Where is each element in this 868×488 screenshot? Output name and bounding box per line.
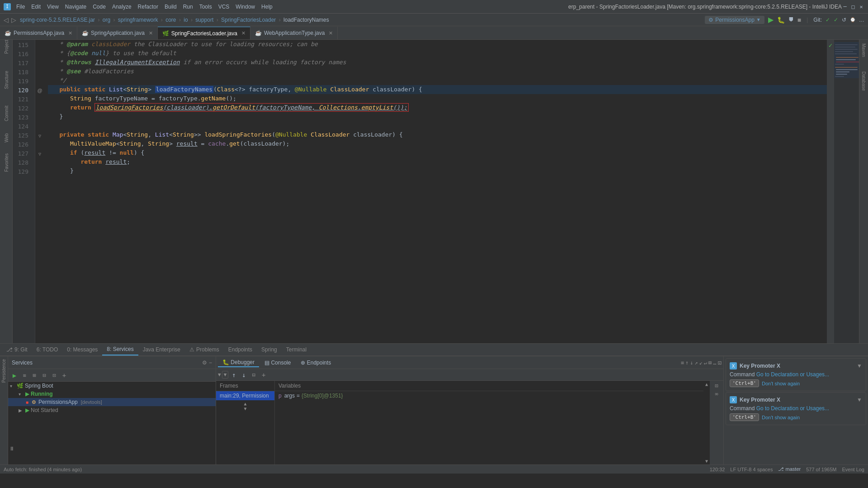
run-with-coverage[interactable]: ⛊ bbox=[788, 17, 794, 23]
services-settings-icon[interactable]: ⚙ bbox=[202, 360, 207, 366]
tab-web-application-type[interactable]: ☕ WebApplicationType.java ✕ bbox=[250, 27, 338, 39]
menu-bar[interactable]: File Edit View Navigate Code Analyze Ref… bbox=[14, 3, 568, 11]
menu-view[interactable]: View bbox=[44, 3, 61, 11]
add-watch-btn[interactable]: + bbox=[259, 370, 268, 379]
forward-icon[interactable]: ▷ bbox=[11, 16, 16, 24]
dont-show-1[interactable]: Don't show again bbox=[762, 381, 800, 386]
debug-toolbar-force-step[interactable]: ↵ bbox=[704, 360, 707, 366]
git-history[interactable]: ⌚ bbox=[850, 17, 855, 22]
git-checkmark2[interactable]: ✓ bbox=[834, 17, 838, 23]
menu-code[interactable]: Code bbox=[90, 3, 108, 11]
services-add-icon[interactable]: + bbox=[60, 371, 69, 380]
git-bottom-tab[interactable]: ⎇ 9: Git bbox=[2, 344, 32, 355]
git-checkmark[interactable]: ✓ bbox=[826, 17, 830, 23]
debug-toolbar-step-over[interactable]: ↗ bbox=[694, 360, 698, 366]
tab-spring-application[interactable]: ☕ SpringApplication.java ✕ bbox=[77, 27, 158, 39]
close-tab-spring-app[interactable]: ✕ bbox=[149, 30, 153, 36]
debug-link-icon[interactable]: ∞ bbox=[715, 391, 718, 397]
endpoints-debug-tab[interactable]: ⊕ Endpoints bbox=[296, 359, 335, 367]
menu-file[interactable]: File bbox=[14, 3, 28, 11]
spring-tab[interactable]: Spring bbox=[257, 344, 282, 355]
debug-toolbar-step-into[interactable]: ↙ bbox=[699, 360, 703, 366]
persistence-tab[interactable]: Persistence bbox=[0, 356, 7, 385]
expand-running[interactable]: ▾ bbox=[19, 392, 24, 397]
services-group-icon[interactable]: ⊡ bbox=[50, 371, 59, 380]
kp-chevron-1[interactable]: ▼ bbox=[857, 363, 862, 369]
services-bottom-tab[interactable]: 8: Services bbox=[102, 344, 138, 355]
messages-bottom-tab[interactable]: 0: Messages bbox=[62, 344, 102, 355]
window-controls[interactable]: ─ □ ✕ bbox=[842, 4, 864, 10]
status-position[interactable]: 120:32 bbox=[710, 467, 725, 472]
debug-toolbar-evaluate[interactable]: ⊞ bbox=[708, 360, 712, 366]
console-tab[interactable]: ▤ Console bbox=[260, 359, 295, 367]
problems-tab[interactable]: ⚠ Problems bbox=[185, 344, 224, 355]
menu-vcs[interactable]: VCS bbox=[216, 3, 232, 11]
kp-cmd-link-1[interactable]: Go to Declaration or Usages... bbox=[756, 371, 829, 378]
services-springboot[interactable]: ▾ 🌿 Spring Boot bbox=[8, 382, 216, 390]
menu-analyze[interactable]: Analyze bbox=[109, 3, 134, 11]
services-rerun-icon[interactable]: ▶ bbox=[10, 371, 19, 380]
permissions-app-dropdown[interactable]: ⚙ PermissionsApp ▼ bbox=[705, 16, 764, 24]
menu-navigate[interactable]: Navigate bbox=[62, 3, 89, 11]
menu-run[interactable]: Run bbox=[180, 3, 196, 11]
services-running[interactable]: ▾ ▶ Running bbox=[8, 390, 216, 398]
frame-item[interactable]: main:29, Permission bbox=[216, 391, 274, 400]
back-icon[interactable]: ◁ bbox=[4, 16, 9, 24]
frame-scroll-up[interactable]: ▲ bbox=[244, 401, 246, 406]
expand-springboot[interactable]: ▾ bbox=[10, 384, 15, 389]
close-tab-spring-factories[interactable]: ✕ bbox=[241, 30, 245, 36]
debug-toolbar-up[interactable]: ↑ bbox=[685, 360, 689, 366]
fold-marker-127[interactable]: ▽ bbox=[38, 152, 41, 156]
fold-marker-125[interactable]: ▽ bbox=[38, 133, 41, 138]
status-encoding[interactable]: LF UTF-8 4 spaces bbox=[730, 467, 773, 472]
menu-tools[interactable]: Tools bbox=[197, 3, 215, 11]
debug-icon-right[interactable]: ⊡ bbox=[718, 359, 722, 366]
step-over-btn[interactable]: ↑ bbox=[229, 370, 238, 379]
stop-button[interactable]: ■ bbox=[797, 16, 801, 24]
structure-tab[interactable]: Structure bbox=[1, 75, 11, 85]
kp-cmd-link-2[interactable]: Go to Declaration or Usages... bbox=[756, 405, 829, 412]
expand-not-started[interactable]: ▶ bbox=[19, 408, 24, 413]
services-expand-icon[interactable]: ⊞ bbox=[30, 371, 39, 380]
kp-chevron-2[interactable]: ▼ bbox=[857, 397, 862, 403]
run-button[interactable]: ▶ bbox=[768, 15, 774, 24]
database-tab[interactable]: Database bbox=[860, 70, 867, 93]
tab-spring-factories-loader[interactable]: 🌿 SpringFactoriesLoader.java ✕ bbox=[158, 27, 250, 39]
status-branch[interactable]: ⎇ master bbox=[778, 466, 801, 472]
minimize-button[interactable]: ─ bbox=[842, 4, 848, 10]
java-enterprise-tab[interactable]: Java Enterprise bbox=[138, 344, 185, 355]
services-not-started[interactable]: ▶ ▶ Not Started bbox=[8, 406, 216, 414]
debug-dropdown-btn[interactable]: ▼ bbox=[222, 371, 229, 379]
git-more[interactable]: … bbox=[859, 17, 864, 23]
menu-help[interactable]: Help bbox=[259, 3, 275, 11]
menu-window[interactable]: Window bbox=[233, 3, 258, 11]
code-content[interactable]: * @param classLoader the ClassLoader to … bbox=[44, 40, 827, 343]
debug-dropdown-icon[interactable]: ▼ bbox=[218, 372, 221, 378]
maven-tab[interactable]: Maven bbox=[860, 42, 867, 59]
dont-show-2[interactable]: Don't show again bbox=[762, 415, 800, 420]
filter-btn[interactable]: ⊟ bbox=[249, 370, 258, 379]
debug-button[interactable]: 🐛 bbox=[777, 16, 785, 24]
web-tab[interactable]: Web bbox=[1, 133, 11, 143]
services-minus-icon[interactable]: − bbox=[209, 360, 212, 366]
close-button[interactable]: ✕ bbox=[858, 4, 864, 10]
close-tab-permissions[interactable]: ✕ bbox=[68, 30, 72, 36]
commit-tab[interactable]: Commit bbox=[1, 109, 11, 118]
maximize-button[interactable]: □ bbox=[850, 4, 856, 10]
close-tab-web-app[interactable]: ✕ bbox=[329, 30, 333, 36]
todo-bottom-tab[interactable]: 6: TODO bbox=[32, 344, 63, 355]
scroll-up-btn[interactable]: ▲ bbox=[705, 382, 708, 387]
services-permissions-app[interactable]: ■ ⚙ PermissionsApp [devtools] bbox=[8, 398, 216, 406]
services-collapse-icon[interactable]: ≡ bbox=[20, 371, 29, 380]
menu-refactor[interactable]: Refactor bbox=[135, 3, 161, 11]
debug-toolbar-list[interactable]: ≡ bbox=[681, 360, 684, 366]
frame-scroll-down[interactable]: ▼ bbox=[244, 406, 246, 411]
menu-edit[interactable]: Edit bbox=[28, 3, 43, 11]
debugger-tab[interactable]: 🐛 Debugger bbox=[218, 358, 259, 367]
event-log[interactable]: Event Log bbox=[842, 467, 864, 472]
step-into-btn[interactable]: ↓ bbox=[239, 370, 248, 379]
code-editor[interactable]: 115 116 117 118 119 120 121 122 123 124 … bbox=[13, 40, 868, 343]
menu-build[interactable]: Build bbox=[162, 3, 179, 11]
favorites-tab[interactable]: Favorites bbox=[1, 157, 11, 167]
debug-toolbar-down[interactable]: ↓ bbox=[690, 360, 693, 366]
